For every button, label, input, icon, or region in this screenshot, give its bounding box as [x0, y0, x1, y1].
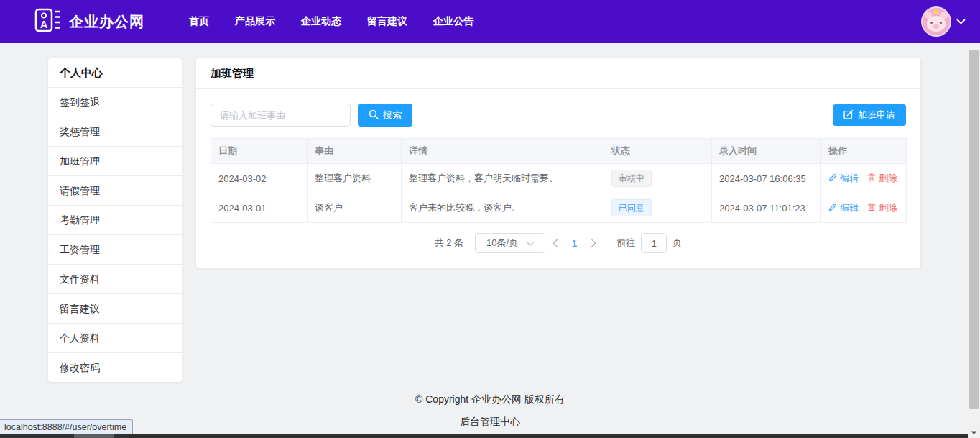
top-navbar: A 企业办公网 首页 产品展示 企业动态 留言建议 企业公告	[0, 0, 980, 43]
col-header-actions: 操作	[821, 139, 907, 164]
trash-icon	[867, 203, 876, 214]
pencil-icon	[828, 203, 837, 214]
prev-page-button[interactable]	[545, 239, 565, 247]
user-avatar[interactable]	[923, 8, 950, 35]
scrollbar-down-button[interactable]	[968, 428, 980, 437]
delete-button[interactable]: 删除	[867, 172, 897, 185]
toolbar: 搜索 加班申请	[211, 104, 906, 127]
table-header-row: 日期 事由 详情 状态 录入时间 操作	[211, 139, 907, 164]
cell-entry-time: 2024-03-07 16:06:35	[712, 164, 821, 193]
col-header-date: 日期	[211, 139, 308, 164]
col-header-status: 状态	[604, 139, 712, 164]
user-menu[interactable]	[923, 8, 970, 35]
pagination: 共 2 条 10条/页 1 前往	[211, 233, 906, 253]
sidebar-item-checkin[interactable]: 签到签退	[48, 88, 182, 117]
search-input[interactable]	[211, 104, 351, 127]
browser-status-url: localhost:8888/#/user/overtime	[0, 419, 133, 434]
sidebar-title: 个人中心	[48, 58, 182, 88]
col-header-reason: 事由	[308, 139, 402, 164]
taskbar-edge	[0, 434, 968, 438]
copyright-text: © Copyright 企业办公网 版权所有	[0, 393, 980, 406]
sidebar-item-attendance[interactable]: 考勤管理	[48, 206, 182, 235]
chevron-down-icon[interactable]	[956, 15, 966, 28]
cell-date: 2024-03-01	[211, 193, 308, 223]
footer: © Copyright 企业办公网 版权所有 后台管理中心	[0, 393, 980, 429]
edit-square-icon	[843, 109, 854, 122]
page-size-select[interactable]: 10条/页	[475, 233, 545, 253]
vertical-scrollbar[interactable]	[968, 43, 980, 438]
brand-title: 企业办公网	[69, 12, 144, 32]
sidebar-item-rewards[interactable]: 奖惩管理	[48, 117, 182, 147]
brand-logo-icon: A	[34, 8, 62, 35]
search-button[interactable]: 搜索	[358, 104, 412, 127]
sidebar-item-files[interactable]: 文件资料	[48, 265, 182, 294]
goto-label: 前往	[616, 237, 635, 250]
edit-button[interactable]: 编辑	[828, 172, 859, 185]
admin-center-link[interactable]: 后台管理中心	[0, 416, 980, 429]
status-badge: 审核中	[611, 170, 652, 187]
sidebar-item-password[interactable]: 修改密码	[48, 353, 182, 382]
overtime-apply-button[interactable]: 加班申请	[833, 104, 906, 126]
page-number-1[interactable]: 1	[565, 238, 583, 249]
panel-title: 加班管理	[196, 58, 920, 89]
cell-reason: 谈客户	[308, 193, 402, 223]
col-header-entry-time: 录入时间	[712, 139, 821, 164]
sidebar-item-overtime[interactable]: 加班管理	[48, 147, 182, 176]
page-body: 个人中心 签到签退 奖惩管理 加班管理 请假管理 考勤管理 工资管理 文件资料 …	[0, 43, 980, 382]
sidebar-item-salary[interactable]: 工资管理	[48, 235, 182, 265]
page-unit-label: 页	[672, 237, 682, 250]
trash-icon	[867, 173, 876, 184]
next-page-button[interactable]	[583, 239, 604, 247]
search-icon	[369, 109, 379, 122]
goto-page-input[interactable]	[641, 233, 667, 253]
brand[interactable]: A 企业办公网	[34, 8, 144, 35]
cell-detail: 整理客户资料，客户明天临时需要。	[402, 164, 604, 193]
cell-entry-time: 2024-03-07 11:01:23	[712, 193, 821, 223]
pencil-icon	[828, 173, 837, 184]
cell-detail: 客户来的比较晚，谈客户。	[402, 193, 604, 223]
select-caret-icon	[527, 238, 534, 249]
delete-button[interactable]: 删除	[867, 201, 897, 214]
sidebar-item-leave[interactable]: 请假管理	[48, 176, 182, 206]
cell-reason: 整理客户资料	[308, 164, 402, 193]
status-badge: 已同意	[611, 199, 652, 216]
top-nav-menu: 首页 产品展示 企业动态 留言建议 企业公告	[189, 15, 473, 28]
cell-date: 2024-03-02	[211, 164, 308, 193]
sidebar-item-feedback[interactable]: 留言建议	[48, 294, 182, 324]
edit-button[interactable]: 编辑	[828, 201, 859, 214]
nav-item-feedback[interactable]: 留言建议	[367, 15, 407, 28]
svg-text:A: A	[40, 19, 47, 30]
col-header-detail: 详情	[402, 139, 604, 164]
scrollbar-thumb[interactable]	[969, 50, 979, 409]
table-row: 2024-03-02 整理客户资料 整理客户资料，客户明天临时需要。 审核中 2…	[211, 164, 907, 193]
sidebar-item-profile[interactable]: 个人资料	[48, 324, 182, 353]
nav-item-products[interactable]: 产品展示	[235, 15, 275, 28]
pagination-total: 共 2 条	[435, 237, 463, 250]
sidebar: 个人中心 签到签退 奖惩管理 加班管理 请假管理 考勤管理 工资管理 文件资料 …	[48, 58, 182, 382]
overtime-panel: 加班管理 搜索 加班申请	[196, 58, 920, 268]
pagination-goto: 前往 页	[616, 233, 682, 253]
table-row: 2024-03-01 谈客户 客户来的比较晚，谈客户。 已同意 2024-03-…	[211, 193, 907, 223]
overtime-table: 日期 事由 详情 状态 录入时间 操作 2024-03-02 整理客户资料 整理	[211, 138, 907, 223]
nav-item-announcements[interactable]: 企业公告	[433, 15, 473, 28]
app-screen: A 企业办公网 首页 产品展示 企业动态 留言建议 企业公告	[0, 0, 980, 438]
nav-item-news[interactable]: 企业动态	[301, 15, 341, 28]
nav-item-home[interactable]: 首页	[189, 15, 209, 28]
